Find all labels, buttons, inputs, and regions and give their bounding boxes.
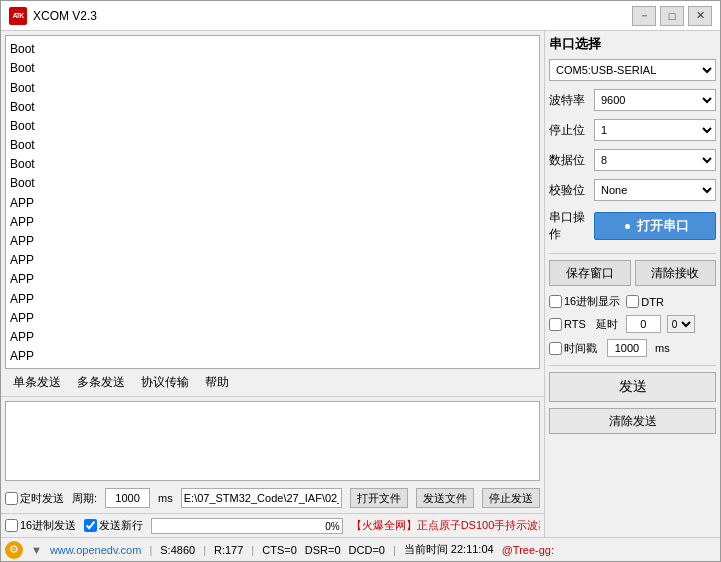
status-arrow: ▼ (31, 544, 42, 556)
hex-display-checkbox[interactable] (549, 295, 562, 308)
port-op-label: 串口操作 (549, 209, 594, 243)
send-file-button[interactable]: 发送文件 (416, 488, 474, 508)
data-row: 数据位 8 (549, 149, 716, 171)
data-select[interactable]: 8 (594, 149, 716, 171)
port-select[interactable]: COM5:USB-SERIAL (549, 59, 716, 81)
left-panel: BootBootBootBootBootBootBootBootBootBoot… (1, 31, 545, 537)
hex-send-label[interactable]: 16进制发送 (5, 518, 76, 533)
status-cts: CTS=0 (262, 544, 297, 556)
main-window: ATK XCOM V2.3 － □ ✕ BootBootBootBootBoot… (0, 0, 721, 562)
log-line: APP (10, 290, 535, 309)
progress-bar: 0% (151, 518, 342, 534)
send-button[interactable]: 发送 (549, 372, 716, 402)
baud-label: 波特率 (549, 92, 594, 109)
period-input[interactable] (105, 488, 150, 508)
hex-send-checkbox[interactable] (5, 519, 18, 532)
minimize-button[interactable]: － (632, 6, 656, 26)
bottom-row2: 16进制发送 发送新行 0% 【火爆全网】正点原子DS100手持示波器上市 (1, 513, 544, 537)
parity-select[interactable]: None (594, 179, 716, 201)
log-line: APP (10, 347, 535, 366)
period-ms-label: ms (158, 492, 173, 504)
log-line: Boot (10, 79, 535, 98)
file-path-input[interactable] (181, 488, 342, 508)
log-line: APP (10, 270, 535, 289)
menu-item-单条发送[interactable]: 单条发送 (5, 372, 69, 393)
status-time: 当前时间 22:11:04 (404, 542, 494, 557)
stop-send-button[interactable]: 停止发送 (482, 488, 540, 508)
section-title: 串口选择 (549, 35, 716, 53)
window-controls: － □ ✕ (632, 6, 712, 26)
bottom-controls: 定时发送 周期: ms 打开文件 发送文件 停止发送 (1, 485, 544, 513)
status-r: R:177 (214, 544, 243, 556)
dtr-checkbox[interactable] (626, 295, 639, 308)
port-op-row: 串口操作 打开串口 (549, 209, 716, 243)
radio-icon (621, 220, 633, 232)
stop-select[interactable]: 1 (594, 119, 716, 141)
save-window-button[interactable]: 保存窗口 (549, 260, 631, 286)
delay-input[interactable] (626, 315, 661, 333)
log-line: APP (10, 309, 535, 328)
delay-label: 延时 (596, 317, 618, 332)
menu-item-帮助[interactable]: 帮助 (197, 372, 237, 393)
log-line: Boot (10, 174, 535, 193)
rts-checkbox[interactable] (549, 318, 562, 331)
timer-send-checkbox[interactable] (5, 492, 18, 505)
baud-row: 波特率 9600 (549, 89, 716, 111)
progress-label: 0% (325, 519, 339, 535)
rts-delay-row: RTS 延时 0 (549, 315, 716, 333)
divider1 (549, 253, 716, 254)
promo-link[interactable]: 【火爆全网】正点原子DS100手持示波器上市 (351, 518, 540, 533)
stop-label: 停止位 (549, 122, 594, 139)
timestamp-ms: ms (655, 342, 670, 354)
delay-unit-select[interactable]: 0 (667, 315, 695, 333)
main-content: BootBootBootBootBootBootBootBootBootBoot… (1, 31, 720, 537)
divider2 (549, 365, 716, 366)
log-line: Boot (10, 117, 535, 136)
app-icon: ATK (9, 7, 27, 25)
timestamp-label[interactable]: 时间戳 (549, 341, 597, 356)
open-file-button[interactable]: 打开文件 (350, 488, 408, 508)
status-dcd: DCD=0 (349, 544, 385, 556)
log-line: Boot (10, 40, 535, 59)
menu-item-协议传输[interactable]: 协议传输 (133, 372, 197, 393)
clear-recv-button[interactable]: 清除接收 (635, 260, 717, 286)
log-line: APP (10, 194, 535, 213)
log-area[interactable]: BootBootBootBootBootBootBootBootBootBoot… (5, 35, 540, 369)
close-button[interactable]: ✕ (688, 6, 712, 26)
baud-select[interactable]: 9600 (594, 89, 716, 111)
newline-label[interactable]: 发送新行 (84, 518, 143, 533)
timestamp-checkbox[interactable] (549, 342, 562, 355)
dtr-label[interactable]: DTR (626, 295, 664, 308)
menu-item-多条发送[interactable]: 多条发送 (69, 372, 133, 393)
send-area (5, 401, 540, 481)
send-input[interactable] (5, 401, 540, 481)
newline-checkbox[interactable] (84, 519, 97, 532)
status-dsr: DSR=0 (305, 544, 341, 556)
settings-icon[interactable]: ⚙ (5, 541, 23, 559)
status-csdn: @Tree-gg: (502, 544, 554, 556)
log-line: Boot (10, 98, 535, 117)
log-line: APP (10, 232, 535, 251)
log-line: APP (10, 328, 535, 347)
timer-send-label[interactable]: 定时发送 (5, 491, 64, 506)
status-url: www.openedv.com (50, 544, 142, 556)
stop-row: 停止位 1 (549, 119, 716, 141)
log-line: Boot (10, 59, 535, 78)
timestamp-row: 时间戳 ms (549, 339, 716, 357)
save-clear-row: 保存窗口 清除接收 (549, 260, 716, 286)
parity-row: 校验位 None (549, 179, 716, 201)
title-bar: ATK XCOM V2.3 － □ ✕ (1, 1, 720, 31)
log-line: Boot (10, 136, 535, 155)
status-bar: ⚙ ▼ www.openedv.com | S:4860 | R:177 | C… (1, 537, 720, 561)
maximize-button[interactable]: □ (660, 6, 684, 26)
open-port-button[interactable]: 打开串口 (594, 212, 716, 240)
rts-label[interactable]: RTS (549, 318, 586, 331)
log-line: APP (10, 213, 535, 232)
port-row: COM5:USB-SERIAL (549, 59, 716, 81)
log-line: Boot (10, 155, 535, 174)
hex-display-label[interactable]: 16进制显示 (549, 294, 620, 309)
timestamp-input[interactable] (607, 339, 647, 357)
clear-send-button[interactable]: 清除发送 (549, 408, 716, 434)
hex-dtr-row: 16进制显示 DTR (549, 294, 716, 309)
window-title: XCOM V2.3 (33, 9, 632, 23)
